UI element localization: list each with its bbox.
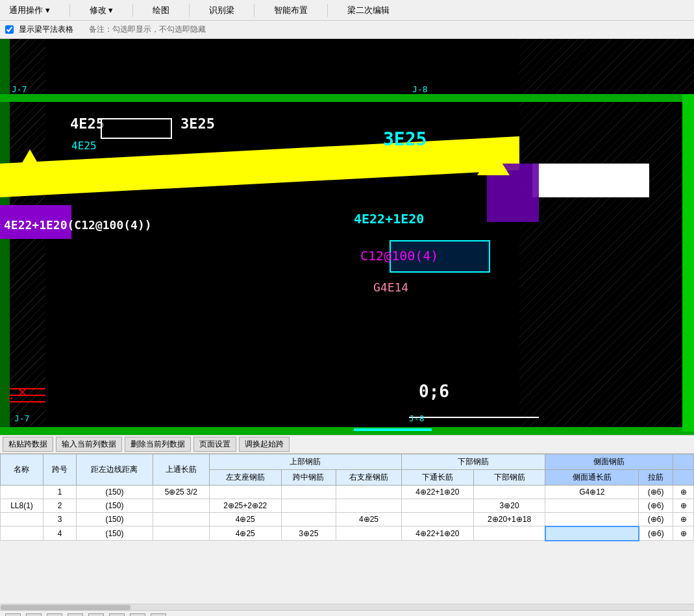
cell-1[interactable]: 4 bbox=[43, 526, 76, 541]
cell-0[interactable] bbox=[1, 526, 43, 541]
h-scrollbar-thumb[interactable] bbox=[1, 605, 130, 610]
cell-10[interactable]: (⊕6) bbox=[639, 499, 673, 513]
cell-2[interactable]: (150) bbox=[77, 513, 153, 526]
label-3e25-main: 3E25 bbox=[180, 116, 215, 132]
cell-10[interactable]: (⊕6) bbox=[639, 513, 673, 526]
status-btn-prev[interactable]: ◀ bbox=[5, 613, 21, 617]
toolbar-general-ops[interactable]: 通用操作 ▾ bbox=[5, 3, 54, 18]
cell-9[interactable]: G4⊕12 bbox=[545, 486, 639, 499]
cell-6[interactable] bbox=[336, 499, 402, 513]
table-row[interactable]: 4(150)4⊕253⊕254⊕22+1⊕20(⊕6)⊕ bbox=[1, 526, 694, 541]
white-box-right bbox=[532, 164, 649, 197]
checkbox-note: 备注：勾选即显示，不勾选即隐藏 bbox=[89, 24, 206, 35]
cell-11[interactable]: ⊕ bbox=[673, 486, 694, 499]
cell-8[interactable] bbox=[473, 526, 545, 541]
label-coord: 0;6 bbox=[419, 382, 449, 401]
cell-7[interactable]: 4⊕22+1⊕20 bbox=[401, 526, 473, 541]
btn-delete-current[interactable]: 删除当前列数据 bbox=[125, 437, 191, 452]
cell-7[interactable]: 4⊕22+1⊕20 bbox=[401, 486, 473, 499]
cell-3[interactable]: 5⊕25 3/2 bbox=[153, 486, 209, 499]
cell-3[interactable] bbox=[153, 499, 209, 513]
cell-2[interactable]: (150) bbox=[77, 499, 153, 513]
toolbar-identify-beam[interactable]: 识别梁 bbox=[205, 3, 238, 18]
th-upper-through: 上通长筋 bbox=[153, 454, 209, 486]
cell-8[interactable]: 3⊕20 bbox=[473, 499, 545, 513]
status-btn-round[interactable]: ◯ bbox=[130, 613, 145, 617]
cell-5[interactable]: 3⊕25 bbox=[281, 526, 336, 541]
cell-6[interactable] bbox=[336, 526, 402, 541]
cell-6[interactable] bbox=[336, 486, 402, 499]
table-row[interactable]: 1(150)5⊕25 3/24⊕22+1⊕20G4⊕12(⊕6)⊕ bbox=[1, 486, 694, 499]
label-beam-left: 4E22+1E20(C12@100(4)) bbox=[4, 218, 152, 232]
cell-0[interactable]: LL8(1) bbox=[1, 499, 43, 513]
cell-5[interactable] bbox=[281, 513, 336, 526]
toolbar-sep-4 bbox=[254, 4, 254, 17]
toolbar-sep-5 bbox=[327, 4, 328, 17]
active-cell-input[interactable] bbox=[563, 529, 621, 538]
status-btn-arrow[interactable]: ↗ bbox=[151, 613, 166, 617]
cell-3[interactable] bbox=[153, 526, 209, 541]
toolbar-draw[interactable]: 绘图 bbox=[149, 3, 173, 18]
cell-11[interactable]: ⊕ bbox=[673, 499, 694, 513]
label-j8-top: J-8 bbox=[412, 84, 427, 94]
red-line-1 bbox=[10, 388, 45, 389]
status-btn-rect[interactable]: □ bbox=[109, 613, 125, 617]
toolbar-smart-layout[interactable]: 智能布置 bbox=[270, 3, 312, 18]
status-btn-close[interactable]: ✕ bbox=[26, 613, 42, 617]
red-line-2 bbox=[10, 395, 45, 396]
btn-paste-span[interactable]: 粘贴跨数据 bbox=[3, 437, 53, 452]
label-j8-bottom: J-8 bbox=[409, 413, 424, 423]
cell-10[interactable]: (⊕6) bbox=[639, 526, 673, 541]
cell-1[interactable]: 3 bbox=[43, 513, 76, 526]
cell-9[interactable] bbox=[545, 526, 639, 541]
data-table-wrapper[interactable]: 名称 跨号 距左边线距离 上通长筋 上部钢筋 下部钢筋 侧面钢筋 左支座钢筋 跨… bbox=[0, 454, 694, 604]
cell-9[interactable] bbox=[545, 499, 639, 513]
btn-swap-start-span[interactable]: 调换起始跨 bbox=[239, 437, 290, 452]
cad-input-box[interactable] bbox=[101, 118, 172, 139]
status-btn-angle[interactable]: / bbox=[47, 613, 62, 617]
cell-5[interactable] bbox=[281, 486, 336, 499]
green-right-bar bbox=[682, 94, 694, 432]
label-beam-right1: 4E22+1E20 bbox=[354, 211, 424, 227]
cell-8[interactable]: 2⊕20+1⊕18 bbox=[473, 513, 545, 526]
cell-5[interactable] bbox=[281, 499, 336, 513]
beam-data-table: 名称 跨号 距左边线距离 上通长筋 上部钢筋 下部钢筋 侧面钢筋 左支座钢筋 跨… bbox=[0, 454, 694, 541]
label-4e25-main: 4E25 bbox=[70, 116, 105, 132]
cell-1[interactable]: 2 bbox=[43, 499, 76, 513]
label-g4e14: G4E14 bbox=[373, 280, 408, 294]
cell-2[interactable]: (150) bbox=[77, 526, 153, 541]
cell-7[interactable] bbox=[401, 513, 473, 526]
cell-4[interactable]: 2⊕25+2⊕22 bbox=[209, 499, 281, 513]
toolbar-sep-2 bbox=[132, 4, 133, 17]
cell-6[interactable]: 4⊕25 bbox=[336, 513, 402, 526]
cad-canvas[interactable]: ✕ → J-7 J-8 4E25 3E25 4E25 3E25 4E22+1E2… bbox=[0, 39, 694, 435]
cell-9[interactable] bbox=[545, 513, 639, 526]
cell-7[interactable] bbox=[401, 499, 473, 513]
cell-4[interactable] bbox=[209, 486, 281, 499]
show-table-checkbox[interactable] bbox=[5, 25, 14, 34]
cell-11[interactable]: ⊕ bbox=[673, 526, 694, 541]
h-scrollbar[interactable] bbox=[0, 604, 694, 610]
btn-input-current[interactable]: 输入当前列数据 bbox=[56, 437, 122, 452]
checkbox-bar: 显示梁平法表格 备注：勾选即显示，不勾选即隐藏 bbox=[0, 21, 694, 39]
cell-3[interactable] bbox=[153, 513, 209, 526]
cell-8[interactable] bbox=[473, 486, 545, 499]
cell-4[interactable]: 4⊕25 bbox=[209, 513, 281, 526]
btn-page-settings[interactable]: 页面设置 bbox=[193, 437, 236, 452]
toolbar-beam-edit[interactable]: 梁二次编辑 bbox=[343, 3, 393, 18]
table-row[interactable]: LL8(1)2(150)2⊕25+2⊕223⊕20(⊕6)⊕ bbox=[1, 499, 694, 513]
cell-0[interactable] bbox=[1, 513, 43, 526]
status-btn-plus[interactable]: + bbox=[68, 613, 83, 617]
cell-0[interactable] bbox=[1, 486, 43, 499]
table-row[interactable]: 3(150)4⊕254⊕252⊕20+1⊕18(⊕6)⊕ bbox=[1, 513, 694, 526]
cell-10[interactable]: (⊕6) bbox=[639, 486, 673, 499]
cell-4[interactable]: 4⊕25 bbox=[209, 526, 281, 541]
status-btn-minus[interactable]: - bbox=[88, 613, 104, 617]
cell-11[interactable]: ⊕ bbox=[673, 513, 694, 526]
cell-1[interactable]: 1 bbox=[43, 486, 76, 499]
main-toolbar: 通用操作 ▾ 修改 ▾ 绘图 识别梁 智能布置 梁二次编辑 bbox=[0, 0, 694, 21]
toolbar-modify[interactable]: 修改 ▾ bbox=[86, 3, 118, 18]
panel-toolbar: 粘贴跨数据 输入当前列数据 删除当前列数据 页面设置 调换起始跨 bbox=[0, 436, 694, 454]
cell-2[interactable]: (150) bbox=[77, 486, 153, 499]
th-side-through: 侧面通长筋 bbox=[545, 470, 639, 486]
